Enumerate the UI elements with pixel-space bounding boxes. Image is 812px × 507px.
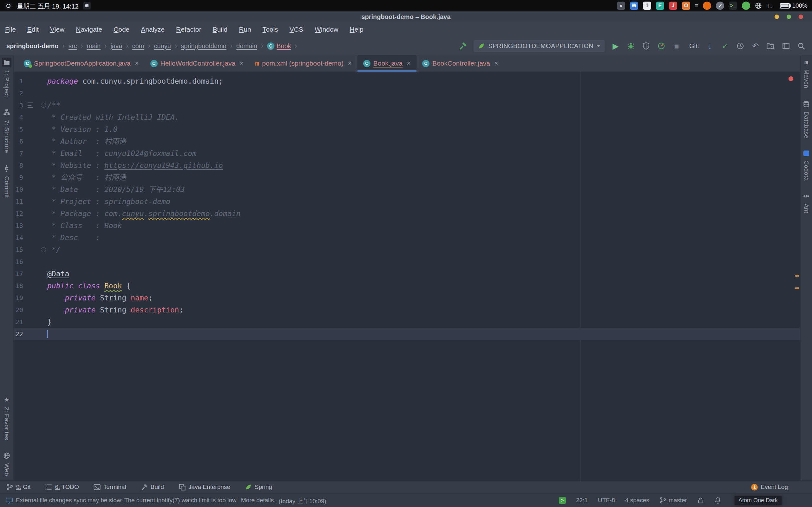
close-tab-icon[interactable]: × <box>135 59 139 67</box>
menu-item-view[interactable]: View <box>50 26 64 33</box>
line-number[interactable]: 3 <box>14 99 23 111</box>
close-button[interactable] <box>799 14 803 19</box>
editor-tab-book-java[interactable]: CBook.java× <box>357 55 416 72</box>
window-layout-button[interactable] <box>781 41 791 51</box>
line-number[interactable]: 17 <box>14 268 23 280</box>
launcher-icon[interactable] <box>4 2 12 10</box>
git-branch-widget[interactable]: master <box>659 497 687 504</box>
breadcrumb-domain[interactable]: domain <box>236 43 257 50</box>
tray-clipboard-icon[interactable]: ≡ <box>695 3 699 9</box>
doc-render-toggle-icon[interactable] <box>41 247 46 252</box>
code-line-15[interactable]: 15 */ <box>14 244 800 256</box>
line-number[interactable]: 20 <box>14 304 23 316</box>
code-line-5[interactable]: 5 * Version : 1.0 <box>14 123 800 135</box>
tray-wechat-icon[interactable] <box>742 2 750 10</box>
encoding-widget[interactable]: UTF-8 <box>598 497 615 504</box>
editor-tab-bookcontroller-java[interactable]: CBookController.java× <box>416 55 504 72</box>
menu-item-build[interactable]: Build <box>212 26 227 33</box>
menu-item-refactor[interactable]: Refactor <box>176 26 201 33</box>
tool-button-database[interactable]: Database <box>802 99 811 138</box>
line-number[interactable]: 15 <box>14 244 23 256</box>
menu-item-vcs[interactable]: VCS <box>290 26 303 33</box>
tray-network-icon[interactable] <box>755 2 762 9</box>
code-line-17[interactable]: 17@Data <box>14 268 800 280</box>
tray-input-method-icon[interactable]: J <box>669 2 677 10</box>
line-number[interactable]: 16 <box>14 256 23 268</box>
close-tab-icon[interactable]: × <box>407 59 411 67</box>
doc-render-toggle-icon[interactable] <box>41 103 46 108</box>
breadcrumb-src[interactable]: src <box>68 43 77 50</box>
line-number[interactable]: 12 <box>14 208 23 220</box>
code-line-1[interactable]: 1package com.cunyu.springbootdemo.domain… <box>14 75 800 87</box>
tool-button-7-structure[interactable]: 7: Structure <box>2 108 11 153</box>
breadcrumb-cunyu[interactable]: cunyu <box>154 43 171 50</box>
code-line-12[interactable]: 12 * Package : com.cunyu.springbootdemo.… <box>14 208 800 220</box>
event-log-button[interactable]: 1 Event Log <box>751 484 788 491</box>
workspace-switcher-icon[interactable] <box>83 2 91 9</box>
history-button[interactable] <box>736 41 745 51</box>
run-config-selector[interactable]: SPRINGBOOTDEMOAPPLICATION <box>473 40 605 52</box>
line-number[interactable]: 22 <box>14 328 23 340</box>
maximize-button[interactable] <box>786 14 791 19</box>
menu-item-tools[interactable]: Tools <box>263 26 278 33</box>
breadcrumb-main[interactable]: main <box>87 43 101 50</box>
breadcrumb-java[interactable]: java <box>110 43 122 50</box>
tool-button-web[interactable]: Web <box>2 451 11 476</box>
menu-item-code[interactable]: Code <box>113 26 130 33</box>
notifications-bell-icon[interactable] <box>714 497 721 504</box>
line-number[interactable]: 13 <box>14 220 23 232</box>
find-in-files-button[interactable] <box>766 41 775 51</box>
breadcrumb-springbootdemo[interactable]: springbootdemo <box>181 43 226 50</box>
editor-tab-pom-xml-springboot-demo[interactable]: mpom.xml (springboot-demo)× <box>249 55 357 72</box>
tool-button-2-favorites[interactable]: ★2: Favorites <box>3 395 10 440</box>
run-button[interactable]: ▶ <box>611 41 620 51</box>
line-number[interactable]: 9 <box>14 171 23 183</box>
tool-button-build[interactable]: Build <box>141 484 164 491</box>
line-number[interactable]: 11 <box>14 195 23 208</box>
code-line-4[interactable]: 4 * Created with IntelliJ IDEA. <box>14 111 800 123</box>
breadcrumb-book[interactable]: CBook <box>267 43 291 50</box>
code-line-7[interactable]: 7 * Email : cunyu1024@foxmail.com <box>14 147 800 159</box>
tool-button-codota[interactable]: Codota <box>802 149 810 181</box>
code-line-20[interactable]: 20 private String description; <box>14 304 800 316</box>
minimize-button[interactable] <box>774 14 779 19</box>
tool-button-spring[interactable]: Spring <box>245 484 272 491</box>
line-number[interactable]: 4 <box>14 111 23 123</box>
tool-button-6-todo[interactable]: 6: TODO <box>45 484 79 491</box>
warning-stripe-mark[interactable] <box>795 275 799 277</box>
code-line-21[interactable]: 21} <box>14 316 800 328</box>
tray-notes-icon[interactable]: 1 <box>643 2 651 10</box>
profiler-button[interactable] <box>657 41 666 51</box>
breadcrumb-com[interactable]: com <box>132 43 144 50</box>
tray-terminal-tray-icon[interactable]: >_ <box>729 2 737 10</box>
tray-wps-writer-icon[interactable]: W <box>630 2 638 10</box>
tool-button-9-git[interactable]: 9: Git <box>6 484 31 491</box>
menu-item-window[interactable]: Window <box>315 26 339 33</box>
stop-button[interactable]: ■ <box>672 41 681 51</box>
code-line-8[interactable]: 8 * Website : https://cunyu1943.github.i… <box>14 159 800 171</box>
code-line-13[interactable]: 13 * Class : Book <box>14 220 800 232</box>
battery-indicator[interactable]: 100% <box>780 2 808 9</box>
close-tab-icon[interactable]: × <box>348 59 352 67</box>
code-line-6[interactable]: 6 * Author : 村雨遥 <box>14 135 800 147</box>
inspections-indicator-icon[interactable] <box>789 76 793 81</box>
code-line-16[interactable]: 16 <box>14 256 800 268</box>
line-number[interactable]: 21 <box>14 316 23 328</box>
coverage-button[interactable] <box>642 41 651 51</box>
search-everywhere-button[interactable] <box>797 41 806 51</box>
tray-screenshot-icon[interactable]: ● <box>617 2 625 10</box>
close-tab-icon[interactable]: × <box>240 59 244 67</box>
system-clock[interactable]: 星期二 五月 19, 14:12 <box>17 1 79 10</box>
menu-item-help[interactable]: Help <box>350 26 363 33</box>
code-line-2[interactable]: 2 <box>14 87 800 99</box>
tool-button-commit[interactable]: Commit <box>2 164 11 198</box>
more-details-link[interactable]: More details. <box>241 497 275 504</box>
lock-icon[interactable] <box>697 497 704 504</box>
line-number[interactable]: 7 <box>14 147 23 159</box>
tray-security-shield-icon[interactable]: ✓ <box>716 2 724 10</box>
warning-stripe-mark[interactable] <box>795 287 799 289</box>
line-number[interactable]: 2 <box>14 87 23 99</box>
debug-button[interactable] <box>626 41 635 51</box>
update-project-button[interactable]: ↓ <box>705 41 714 51</box>
menu-item-analyze[interactable]: Analyze <box>141 26 165 33</box>
